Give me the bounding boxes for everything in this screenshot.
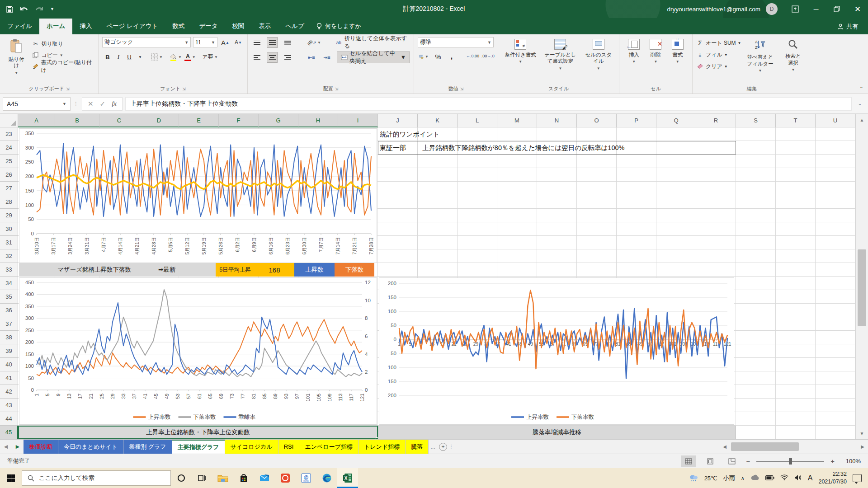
ribbon-tab-5[interactable]: データ bbox=[192, 19, 225, 34]
increase-decimal-icon[interactable]: ←.0.00 bbox=[467, 51, 479, 62]
row-header-44[interactable]: 44 bbox=[0, 412, 18, 426]
column-header-I[interactable]: I bbox=[338, 114, 378, 127]
excel-taskbar-icon[interactable]: X bbox=[337, 468, 358, 488]
row-header-45[interactable]: 45 bbox=[0, 426, 18, 439]
chart-mothers-updown[interactable]: 0501001502002503003503月10日3月17日3月24日3月31… bbox=[19, 128, 377, 263]
sheet-tab-6[interactable]: エンベロープ指標 bbox=[299, 440, 359, 454]
microsoft-store-icon[interactable] bbox=[233, 468, 254, 488]
row-header-27[interactable]: 27 bbox=[0, 182, 18, 195]
formula-bar-splitter[interactable]: ⋮ bbox=[73, 101, 79, 107]
font-dialog-launcher[interactable]: ⇲ bbox=[182, 87, 186, 91]
clear-button[interactable]: クリア▼ bbox=[696, 61, 741, 71]
row-header-28[interactable]: 28 bbox=[0, 195, 18, 209]
row45-left-banner[interactable]: 上昇率上位銘柄数・下降率上位変動数 bbox=[18, 426, 378, 439]
row-header-42[interactable]: 42 bbox=[0, 385, 18, 399]
redo-icon[interactable] bbox=[35, 6, 44, 13]
row-header-41[interactable]: 41 bbox=[0, 371, 18, 385]
format-cells-button[interactable]: ↔ 書式▼ bbox=[667, 37, 689, 80]
task-view-icon[interactable] bbox=[192, 468, 212, 488]
column-header-C[interactable]: C bbox=[99, 114, 139, 127]
minimize-button[interactable]: ─ bbox=[806, 0, 826, 18]
ribbon-display-options-icon[interactable] bbox=[785, 0, 806, 18]
row45-right-banner[interactable]: 騰落率増減率推移 bbox=[378, 426, 736, 439]
tab-scroll-right-icon[interactable]: ▶ bbox=[12, 440, 24, 454]
scroll-left-icon[interactable]: ◀ bbox=[719, 440, 730, 454]
scroll-right-icon[interactable]: ▶ bbox=[857, 440, 868, 454]
sheet-tab-8[interactable]: 騰落 bbox=[406, 440, 429, 454]
ribbon-tab-1[interactable]: ホーム bbox=[39, 19, 72, 34]
save-icon[interactable] bbox=[6, 6, 13, 13]
page-break-view-button[interactable] bbox=[724, 455, 740, 467]
column-header-B[interactable]: B bbox=[55, 114, 99, 127]
sheet-tab-1[interactable]: 今日のまとめサイト bbox=[58, 440, 123, 454]
tellme-box[interactable]: 何をしますか bbox=[311, 19, 368, 34]
undo-icon[interactable] bbox=[19, 6, 28, 13]
start-button[interactable] bbox=[0, 468, 22, 488]
row-header-39[interactable]: 39 bbox=[0, 344, 18, 358]
vertical-scroll-thumb[interactable] bbox=[858, 249, 866, 326]
currency-format-icon[interactable]: ▼ bbox=[418, 51, 430, 62]
row-header-40[interactable]: 40 bbox=[0, 358, 18, 371]
ribbon-tab-3[interactable]: ページ レイアウト bbox=[99, 19, 165, 34]
vertical-scrollbar[interactable]: ▲ ▼ bbox=[855, 114, 868, 439]
mail-icon[interactable] bbox=[254, 468, 275, 488]
sheet-tab-2[interactable]: 業種別 グラフ bbox=[123, 440, 172, 454]
atmenu-app-icon[interactable]: @menu bbox=[296, 468, 316, 488]
zoom-slider[interactable] bbox=[756, 461, 824, 462]
column-header-R[interactable]: R bbox=[696, 114, 736, 127]
decrease-font-icon[interactable]: A▼ bbox=[233, 37, 244, 48]
onedrive-icon[interactable] bbox=[750, 474, 760, 482]
column-header-L[interactable]: L bbox=[458, 114, 497, 127]
expand-formula-bar-icon[interactable]: ⌄ bbox=[854, 101, 865, 106]
customize-qat-icon[interactable]: ▼ bbox=[50, 7, 54, 11]
align-center-icon[interactable] bbox=[267, 52, 278, 63]
bold-button[interactable]: B bbox=[102, 52, 113, 62]
align-right-icon[interactable] bbox=[282, 52, 293, 63]
normal-view-button[interactable] bbox=[681, 455, 696, 467]
confirm-entry-icon[interactable]: ✓ bbox=[100, 100, 106, 108]
row-header-23[interactable]: 23 bbox=[0, 127, 18, 141]
find-select-button[interactable]: 検索と選択▼ bbox=[779, 37, 807, 80]
italic-button[interactable]: I bbox=[113, 52, 124, 62]
zoom-slider-thumb[interactable] bbox=[789, 458, 792, 465]
sheet-tab-5[interactable]: RSI bbox=[278, 440, 300, 454]
column-header-M[interactable]: M bbox=[497, 114, 537, 127]
column-header-N[interactable]: N bbox=[537, 114, 577, 127]
row-header-34[interactable]: 34 bbox=[0, 277, 18, 290]
column-header-H[interactable]: H bbox=[298, 114, 338, 127]
fill-button[interactable]: ⤓フィル▼ bbox=[696, 50, 741, 60]
ime-mode-label[interactable]: A bbox=[808, 474, 813, 482]
row-header-43[interactable]: 43 bbox=[0, 399, 18, 412]
hidden-icons-chevron[interactable]: ∧ bbox=[741, 475, 745, 481]
zoom-out-icon[interactable]: − bbox=[746, 457, 750, 465]
name-box[interactable]: A45▼ bbox=[3, 97, 71, 111]
file-explorer-icon[interactable] bbox=[212, 468, 233, 488]
column-header-F[interactable]: F bbox=[219, 114, 259, 127]
sheet-tab-3[interactable]: 主要指標グラフ bbox=[172, 440, 225, 454]
column-header-Q[interactable]: Q bbox=[656, 114, 696, 127]
sheet-tab-4[interactable]: サイコロジカル bbox=[225, 440, 278, 454]
conditional-formatting-button[interactable]: ≠ 条件付き書式▼ bbox=[502, 37, 539, 80]
select-all-corner[interactable] bbox=[0, 114, 18, 127]
row-header-36[interactable]: 36 bbox=[0, 304, 18, 317]
number-format-select[interactable]: 標準▼ bbox=[418, 37, 494, 47]
row-header-35[interactable]: 35 bbox=[0, 290, 18, 304]
wrap-text-button[interactable]: ab折り返して全体を表示する bbox=[335, 38, 410, 47]
cell-k24[interactable]: 上昇銘柄数下降銘柄数が80％を超えた場合には翌日の反転率は100% bbox=[422, 141, 624, 155]
decrease-decimal-icon[interactable]: .00→.0 bbox=[481, 51, 494, 62]
increase-font-icon[interactable]: A▲ bbox=[220, 37, 231, 48]
cortana-icon[interactable] bbox=[171, 468, 192, 488]
row-header-38[interactable]: 38 bbox=[0, 331, 18, 344]
restore-button[interactable] bbox=[826, 0, 847, 18]
weather-icon[interactable] bbox=[689, 474, 698, 483]
column-header-T[interactable]: T bbox=[776, 114, 816, 127]
row-header-37[interactable]: 37 bbox=[0, 317, 18, 331]
column-header-J[interactable]: J bbox=[378, 114, 418, 127]
row-header-30[interactable]: 30 bbox=[0, 222, 18, 236]
font-color-icon[interactable]: A▼ bbox=[183, 52, 197, 62]
collapse-ribbon-icon[interactable]: ⌃ bbox=[859, 86, 863, 92]
cell-styles-button[interactable]: セルのスタイル▼ bbox=[581, 37, 615, 80]
phonetic-guide-icon[interactable]: ア亜▼ bbox=[201, 52, 219, 62]
sort-filter-button[interactable]: AZ 並べ替えとフィルター▼ bbox=[743, 37, 777, 80]
close-button[interactable]: ✕ bbox=[847, 0, 868, 18]
